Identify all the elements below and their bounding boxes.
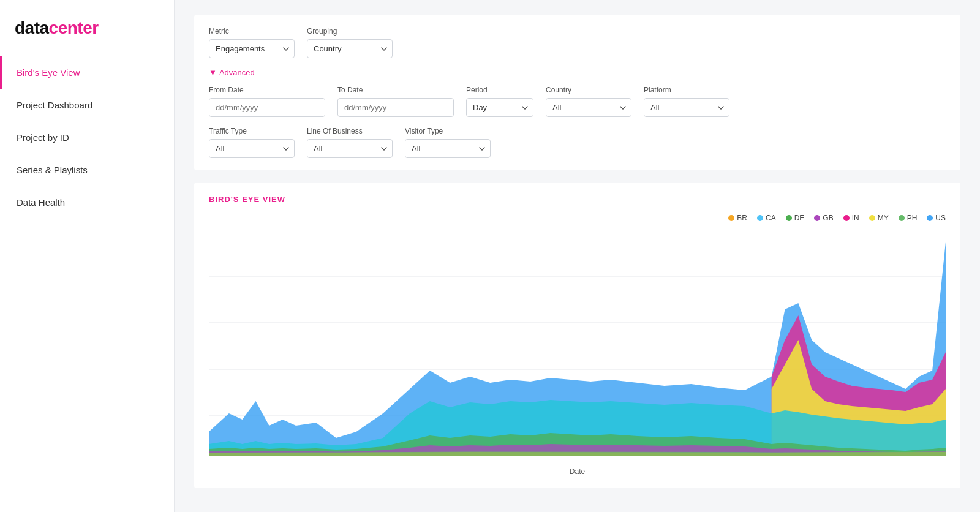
- legend-dot-my: [869, 215, 875, 221]
- legend-dot-in: [843, 215, 850, 221]
- from-date-input[interactable]: [209, 98, 325, 117]
- legend-item-gb: GB: [814, 214, 833, 222]
- legend-label-us: US: [935, 214, 946, 222]
- legend-dot-gb: [814, 215, 820, 221]
- from-date-label: From Date: [209, 86, 325, 94]
- sidebar-item-series-playlists[interactable]: Series & Playlists: [0, 154, 174, 186]
- area-chart: [209, 230, 946, 462]
- sidebar-item-data-health[interactable]: Data Health: [0, 186, 174, 219]
- legend-label-br: BR: [737, 214, 747, 222]
- chart-legend: BRCADEGBINMYPHUS: [209, 214, 946, 222]
- legend-item-de: DE: [786, 214, 805, 222]
- sidebar: datacenter Bird's Eye View Project Dashb…: [0, 0, 175, 512]
- platform-label: Platform: [644, 86, 729, 94]
- to-date-input[interactable]: [337, 98, 454, 117]
- legend-item-ph: PH: [899, 214, 918, 222]
- legend-item-my: MY: [869, 214, 889, 222]
- legend-label-my: MY: [878, 214, 889, 222]
- period-select[interactable]: Day Week Month: [466, 98, 533, 117]
- country-label: Country: [546, 86, 631, 94]
- sidebar-item-birds-eye-view[interactable]: Bird's Eye View: [0, 56, 174, 89]
- chart-x-label: Date: [209, 467, 946, 476]
- sidebar-item-project-dashboard[interactable]: Project Dashboard: [0, 89, 174, 121]
- legend-item-br: BR: [728, 214, 747, 222]
- legend-label-de: DE: [794, 214, 805, 222]
- to-date-group: To Date: [337, 86, 454, 117]
- logo-data: data: [15, 18, 49, 37]
- platform-select[interactable]: All: [644, 98, 729, 117]
- grouping-group: Grouping Country: [307, 27, 393, 58]
- visitor-type-group: Visitor Type All: [405, 127, 491, 158]
- line-of-business-label: Line Of Business: [307, 127, 393, 135]
- platform-group: Platform All: [644, 86, 729, 117]
- legend-label-ph: PH: [907, 214, 918, 222]
- traffic-type-select[interactable]: All: [209, 139, 295, 158]
- metric-group: Metric Engagements: [209, 27, 295, 58]
- grouping-label: Grouping: [307, 27, 393, 36]
- chevron-down-icon: ▼: [209, 68, 217, 77]
- legend-dot-ph: [899, 215, 905, 221]
- chart-section: BIRD'S EYE VIEW BRCADEGBINMYPHUS: [194, 183, 960, 488]
- visitor-type-label: Visitor Type: [405, 127, 491, 135]
- filter-bar: Metric Engagements Grouping Country ▼ Ad…: [194, 15, 960, 170]
- country-group: Country All: [546, 86, 631, 117]
- country-select[interactable]: All: [546, 98, 631, 117]
- grouping-select[interactable]: Country: [307, 39, 393, 58]
- from-date-group: From Date: [209, 86, 325, 117]
- legend-item-us: US: [927, 214, 946, 222]
- logo: datacenter: [0, 12, 174, 56]
- legend-label-ca: CA: [766, 214, 776, 222]
- line-of-business-select[interactable]: All: [307, 139, 393, 158]
- advanced-row-2: Traffic Type All Line Of Business All Vi…: [209, 127, 946, 158]
- traffic-type-label: Traffic Type: [209, 127, 295, 135]
- legend-label-gb: GB: [823, 214, 833, 222]
- sidebar-item-project-by-id[interactable]: Project by ID: [0, 121, 174, 154]
- filter-row-1: Metric Engagements Grouping Country: [209, 27, 946, 58]
- legend-item-ca: CA: [757, 214, 776, 222]
- advanced-row: From Date To Date Period Day Week Month …: [209, 86, 946, 117]
- metric-label: Metric: [209, 27, 295, 36]
- legend-dot-ca: [757, 215, 763, 221]
- advanced-toggle[interactable]: ▼ Advanced: [209, 68, 946, 77]
- legend-label-in: IN: [852, 214, 859, 222]
- to-date-label: To Date: [337, 86, 454, 94]
- chart-title: BIRD'S EYE VIEW: [209, 195, 946, 204]
- chart-container: [209, 230, 946, 462]
- visitor-type-select[interactable]: All: [405, 139, 491, 158]
- logo-center: center: [49, 18, 99, 37]
- traffic-type-group: Traffic Type All: [209, 127, 295, 158]
- period-label: Period: [466, 86, 533, 94]
- period-group: Period Day Week Month: [466, 86, 533, 117]
- line-of-business-group: Line Of Business All: [307, 127, 393, 158]
- legend-dot-us: [927, 215, 933, 221]
- legend-item-in: IN: [843, 214, 859, 222]
- metric-select[interactable]: Engagements: [209, 39, 295, 58]
- main-content: Metric Engagements Grouping Country ▼ Ad…: [175, 0, 980, 512]
- legend-dot-br: [728, 215, 734, 221]
- legend-dot-de: [786, 215, 792, 221]
